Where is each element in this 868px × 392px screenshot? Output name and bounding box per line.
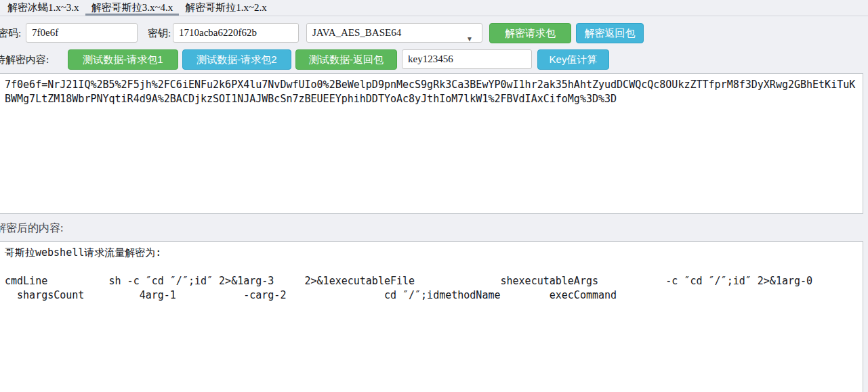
decrypt-response-button[interactable]: 解密返回包	[576, 23, 644, 43]
test-data-request1-button[interactable]: 测试数据-请求包1	[68, 49, 178, 70]
test-data-request2-button[interactable]: 测试数据-请求包2	[182, 49, 291, 70]
key-label: 密钥:	[148, 27, 171, 40]
test-data-response-button[interactable]: 测试数据-返回包	[295, 49, 397, 70]
tab-behinder-1x-3x[interactable]: 解密冰蝎1.x~3.x	[1, 0, 85, 16]
tab-godzilla-1x-2x[interactable]: 解密哥斯拉1.x~2.x	[179, 0, 273, 16]
tab-bar: 解密冰蝎1.x~3.x 解密哥斯拉3.x~4.x 解密哥斯拉1.x~2.x	[0, 0, 868, 16]
algorithm-selected-value: JAVA_AES_BASE64	[312, 27, 401, 38]
decrypt-request-button[interactable]: 解密请求包	[489, 23, 571, 43]
password-label: 密码:	[0, 27, 21, 40]
algorithm-select[interactable]: JAVA_AES_BASE64 ▼	[306, 23, 482, 43]
key-calc-input[interactable]	[402, 49, 532, 69]
key-input[interactable]	[173, 23, 299, 43]
decryptor-window: 解密冰蝎1.x~3.x 解密哥斯拉3.x~4.x 解密哥斯拉1.x~2.x 密码…	[0, 0, 868, 392]
content-to-decrypt-label: 待解密内容:	[0, 53, 49, 66]
encrypted-content-textarea[interactable]: 7f0e6f=NrJ21IQ%2B5%2F5jh%2FC6iENFu2k6PX4…	[0, 73, 863, 214]
key-calc-button[interactable]: Key值计算	[537, 49, 609, 70]
decrypted-content-label: 解密后的内容:	[0, 221, 63, 236]
tab-godzilla-3x-4x[interactable]: 解密哥斯拉3.x~4.x	[85, 0, 180, 16]
password-input[interactable]	[26, 23, 138, 43]
tab-bar-divider	[0, 16, 868, 16]
decrypted-content-textarea[interactable]: 哥斯拉webshell请求流量解密为: cmdLine sh -c ″cd ″/…	[0, 241, 863, 392]
chevron-down-icon: ▼	[466, 30, 473, 48]
